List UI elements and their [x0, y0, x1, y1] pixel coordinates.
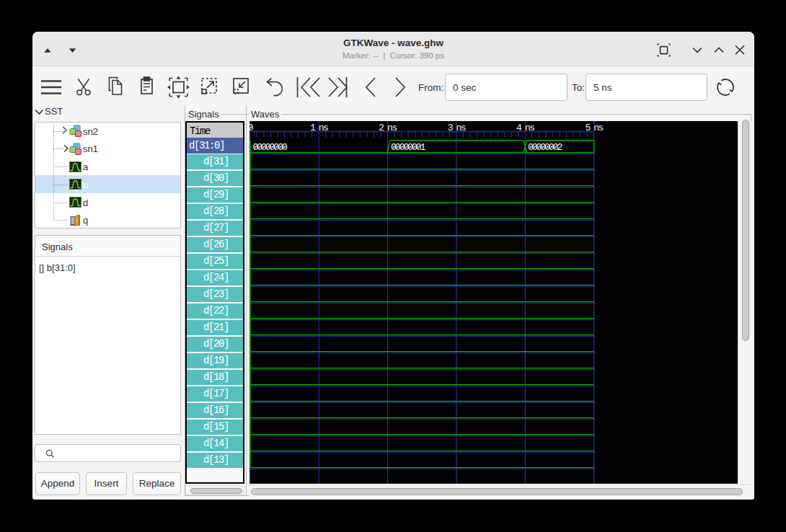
svg-text:00000001: 00000001 [391, 142, 425, 153]
svg-text:5: 5 [585, 123, 590, 133]
svg-text:ns: ns [387, 123, 397, 133]
svg-text:ns: ns [456, 123, 466, 133]
svg-text:00000002: 00000002 [528, 142, 562, 153]
svg-text:ns: ns [319, 123, 328, 133]
svg-text:ns: ns [525, 123, 534, 133]
svg-text:00000000: 00000000 [253, 142, 287, 153]
svg-text:2: 2 [379, 123, 384, 133]
svg-text:ns: ns [593, 123, 603, 133]
svg-text:3: 3 [448, 123, 453, 133]
svg-text:0: 0 [250, 123, 253, 133]
